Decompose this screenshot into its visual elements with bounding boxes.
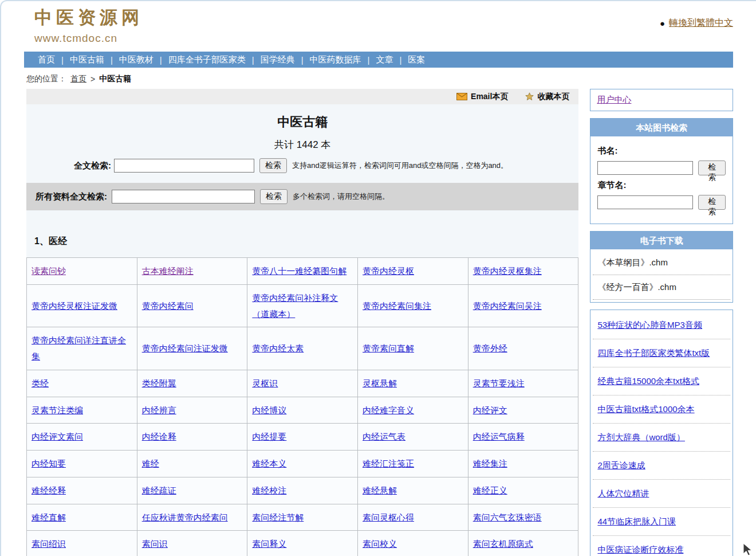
resource-link[interactable]: 经典古籍15000余本txt格式 [597, 376, 699, 386]
book-link[interactable]: 黄帝内经太素 [252, 343, 304, 353]
ebook-download-item[interactable]: 《经方一百首》.chm [593, 275, 730, 300]
book-link[interactable]: 黄帝素问直解 [363, 343, 414, 353]
book-link[interactable]: 灵素节注类编 [32, 405, 83, 415]
nav-item-6[interactable]: 中医药数据库 [310, 54, 361, 65]
book-link[interactable]: 黄帝外经 [473, 343, 507, 353]
chapter-name-search-button[interactable]: 检索 [698, 195, 726, 210]
book-link[interactable]: 黄帝内经灵枢集注 [473, 266, 542, 276]
book-table-cell: 素问识 [137, 531, 247, 556]
book-link[interactable]: 难经集注 [473, 459, 507, 468]
book-link[interactable]: 难经疏证 [142, 485, 176, 495]
book-link[interactable]: 黄帝内经素问集注 [363, 301, 431, 311]
book-link[interactable]: 难经汇注笺正 [363, 459, 414, 468]
book-table-cell: 黄帝内经灵枢注证发微 [27, 284, 137, 327]
nav-item-5[interactable]: 国学经典 [261, 54, 295, 65]
nav-item-1[interactable]: 首页 [38, 54, 55, 65]
book-link[interactable]: 黄帝内经素问详注直讲全集 [32, 335, 126, 361]
book-link[interactable]: 难经悬解 [363, 485, 397, 495]
book-link[interactable]: 难经 [142, 459, 159, 468]
book-link[interactable]: 难经正义 [473, 485, 507, 495]
book-name-input[interactable] [597, 161, 693, 175]
book-table-cell: 素问玄机原病式 [468, 531, 578, 556]
book-link[interactable]: 黄帝内经素问补注释文（道藏本） [252, 293, 338, 319]
book-name-search-button[interactable]: 检索 [698, 160, 726, 175]
breadcrumb-current: 中医古籍 [99, 74, 131, 84]
page-title: 中医古籍 [26, 104, 578, 131]
book-link[interactable]: 古本难经阐注 [142, 266, 194, 276]
book-link[interactable]: 灵枢识 [252, 378, 278, 388]
book-link[interactable]: 黄帝八十一难经纂图句解 [252, 266, 346, 276]
book-link[interactable]: 内经提要 [252, 432, 286, 441]
book-link[interactable]: 难经本义 [252, 459, 286, 468]
all-search-button[interactable]: 检索 [260, 189, 288, 204]
book-link[interactable]: 内经难字音义 [363, 405, 414, 415]
email-page-button[interactable]: Email本页 [456, 92, 508, 102]
book-link[interactable]: 难经直解 [32, 512, 66, 522]
book-link[interactable]: 黄帝内经素问注证发微 [142, 343, 228, 353]
book-link[interactable]: 任应秋讲黄帝内经素问 [142, 512, 228, 522]
book-link[interactable]: 黄帝内经灵枢注证发微 [32, 301, 117, 311]
book-table-cell: 黄帝内经素问补注释文（道藏本） [247, 284, 358, 327]
breadcrumb-home-link[interactable]: 首页 [70, 74, 86, 84]
bullet-icon: ● [660, 18, 665, 28]
resource-link[interactable]: 人体穴位精讲 [597, 488, 649, 498]
resource-list-item: 53种症状的心肺音MP3音频 [593, 311, 730, 339]
book-link[interactable]: 素问经注节解 [252, 512, 304, 522]
ebook-download-box: 电子书下载 《本草纲目》.chm《经方一百首》.chm [590, 231, 733, 303]
book-table-cell: 读素问钞 [27, 258, 137, 285]
fulltext-search-button[interactable]: 检索 [259, 158, 287, 173]
fulltext-search-input[interactable] [114, 159, 254, 173]
resource-link[interactable]: 中医古籍txt格式1000余本 [597, 404, 694, 414]
user-center-link[interactable]: 用户中心 [597, 95, 631, 104]
resource-link[interactable]: 中医病证诊断疗效标准 [597, 545, 683, 554]
book-link[interactable]: 类经附翼 [142, 378, 176, 388]
book-link[interactable]: 内经评文素问 [32, 432, 83, 441]
ebook-download-item[interactable]: 《本草纲目》.chm [593, 250, 730, 275]
book-link[interactable]: 素问灵枢心得 [363, 512, 414, 522]
all-search-input[interactable] [112, 190, 255, 203]
resources-list: 53种症状的心肺音MP3音频四库全书子部医家类繁体txt版经典古籍15000余本… [590, 310, 733, 556]
resource-link[interactable]: 2周舌诊速成 [597, 460, 645, 470]
book-link[interactable]: 黄帝内经灵枢 [363, 266, 414, 276]
book-link[interactable]: 黄帝内经素问 [142, 301, 194, 311]
nav-item-8[interactable]: 医案 [408, 54, 425, 65]
resource-link[interactable]: 四库全书子部医家类繁体txt版 [597, 348, 710, 358]
favorite-page-button[interactable]: 收藏本页 [525, 92, 569, 102]
book-link[interactable]: 内经知要 [32, 459, 66, 468]
book-table-cell: 难经本义 [247, 451, 358, 477]
book-link[interactable]: 素问六气玄珠密语 [473, 512, 542, 522]
book-link[interactable]: 内经运气病释 [473, 432, 525, 441]
book-link[interactable]: 黄帝内经素问吴注 [473, 301, 542, 311]
book-link[interactable]: 内经诠释 [142, 432, 176, 441]
resource-link[interactable]: 44节临床把脉入门课 [597, 516, 676, 526]
book-link[interactable]: 素问玄机原病式 [473, 539, 533, 549]
book-link[interactable]: 内经评文 [473, 405, 507, 415]
book-link[interactable]: 素问释义 [252, 539, 286, 549]
chapter-name-input[interactable] [597, 195, 693, 209]
favorite-page-label: 收藏本页 [537, 92, 569, 102]
nav-item-3[interactable]: 中医教材 [119, 54, 153, 65]
fulltext-search-label: 全文检索: [26, 160, 111, 171]
book-link[interactable]: 难经经释 [32, 485, 66, 495]
book-table-cell: 素问灵枢心得 [358, 504, 468, 531]
resource-link[interactable]: 方剂大辞典（word版） [597, 432, 685, 442]
site-logo[interactable]: 中医资源网 www.tcmdoc.cn [34, 6, 143, 45]
book-link[interactable]: 内经辨言 [142, 405, 176, 415]
nav-item-7[interactable]: 文章 [376, 54, 393, 65]
book-link[interactable]: 灵枢悬解 [363, 378, 397, 388]
book-link[interactable]: 素问绍识 [32, 539, 66, 549]
book-link[interactable]: 灵素节要浅注 [473, 378, 525, 388]
book-link[interactable]: 内经运气表 [363, 432, 405, 441]
traditional-chinese-link[interactable]: 轉換到繁體中文 [669, 17, 733, 29]
nav-item-2[interactable]: 中医古籍 [70, 54, 104, 65]
book-link[interactable]: 内经博议 [252, 405, 286, 415]
book-link[interactable]: 素问识 [142, 539, 168, 549]
book-link[interactable]: 素问校义 [363, 539, 397, 549]
book-table-row: 内经评文素问内经诠释内经提要内经运气表内经运气病释 [27, 424, 578, 451]
book-link[interactable]: 难经校注 [252, 485, 286, 495]
book-table-cell: 黄帝内经太素 [247, 327, 358, 370]
resource-link[interactable]: 53种症状的心肺音MP3音频 [597, 320, 702, 330]
book-link[interactable]: 读素问钞 [32, 266, 66, 276]
book-link[interactable]: 类经 [32, 378, 49, 388]
nav-item-4[interactable]: 四库全书子部医家类 [168, 54, 246, 65]
